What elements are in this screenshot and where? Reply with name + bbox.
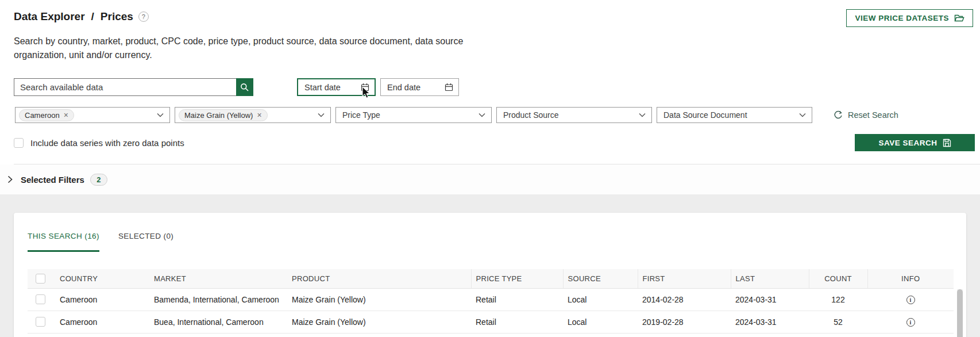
results-card: THIS SEARCH (16) SELECTED (0) COUNTRY MA… — [14, 213, 966, 337]
column-header-product: PRODUCT — [287, 269, 471, 288]
selected-filters-toggle[interactable]: Selected Filters 2 — [0, 164, 980, 194]
row-select-cell — [28, 311, 55, 333]
tab-this-search[interactable]: THIS SEARCH (16) — [28, 231, 99, 252]
column-header-market: MARKET — [149, 269, 287, 288]
chip-remove-icon[interactable]: × — [64, 111, 68, 119]
data-source-document-select[interactable]: Data Source Document — [657, 107, 812, 123]
table-header-row: COUNTRY MARKET PRODUCT PRICE TYPE SOURCE… — [28, 269, 954, 288]
view-price-datasets-button[interactable]: VIEW PRICE DATASETS — [846, 9, 973, 27]
cell-first: 2019-02-28 — [638, 311, 731, 333]
column-header-price-type: PRICE TYPE — [471, 269, 563, 288]
table-scrollbar[interactable] — [957, 289, 963, 337]
product-filter-select[interactable]: Maize Grain (Yellow) × — [175, 107, 331, 123]
cell-source: Local — [563, 311, 638, 333]
help-icon[interactable]: ? — [138, 12, 149, 22]
start-date-field[interactable]: Start date — [297, 78, 376, 96]
breadcrumb: Data Explorer / Prices ? — [14, 9, 149, 24]
search-input[interactable] — [14, 78, 236, 96]
search-button[interactable] — [236, 78, 253, 96]
chevron-down-icon — [639, 113, 646, 117]
end-date-placeholder: End date — [387, 83, 420, 92]
chevron-down-icon — [157, 113, 164, 117]
results-table: COUNTRY MARKET PRODUCT PRICE TYPE SOURCE… — [28, 269, 954, 334]
column-header-source: SOURCE — [563, 269, 638, 288]
data-source-document-placeholder: Data Source Document — [661, 110, 747, 120]
column-header-count: COUNT — [809, 269, 867, 288]
table-row[interactable]: Cameroon Buea, International, Cameroon M… — [28, 311, 954, 333]
column-header-last: LAST — [731, 269, 809, 288]
page-title: Prices — [101, 9, 133, 24]
cell-product: Maize Grain (Yellow) — [287, 288, 471, 311]
cell-count: 122 — [809, 288, 867, 311]
cell-price-type: Retail — [471, 311, 563, 333]
breadcrumb-separator: / — [91, 9, 94, 24]
cell-last: 2024-03-31 — [731, 311, 809, 333]
chevron-down-icon — [479, 113, 485, 117]
chevron-down-icon — [799, 113, 806, 117]
table-scrollbar-thumb[interactable] — [957, 289, 963, 337]
select-all-cell — [28, 269, 55, 288]
folder-open-icon — [954, 14, 964, 22]
calendar-icon — [445, 83, 453, 91]
cell-count: 52 — [809, 311, 867, 333]
save-search-label: SAVE SEARCH — [878, 139, 937, 147]
view-price-datasets-label: VIEW PRICE DATASETS — [855, 14, 949, 22]
reset-search-label: Reset Search — [848, 110, 898, 120]
search-panel: Data Explorer / Prices ? VIEW PRICE DATA… — [0, 0, 980, 164]
intro-line-1: Search by country, market, product, CPC … — [14, 35, 980, 48]
country-filter-chip: Cameroon × — [19, 109, 74, 121]
save-search-button[interactable]: SAVE SEARCH — [855, 134, 975, 151]
cell-first: 2014-02-28 — [638, 288, 731, 311]
product-source-placeholder: Product Source — [500, 110, 559, 120]
selected-filters-label: Selected Filters — [21, 175, 84, 185]
reset-search-link[interactable]: Reset Search — [834, 110, 898, 120]
results-tabs: THIS SEARCH (16) SELECTED (0) — [28, 213, 952, 252]
search-box — [14, 78, 253, 96]
chip-remove-icon[interactable]: × — [257, 111, 261, 119]
cell-product: Maize Grain (Yellow) — [287, 311, 471, 333]
price-type-select[interactable]: Price Type — [335, 107, 492, 123]
cell-market: Bamenda, International, Cameroon — [149, 288, 287, 311]
zero-data-checkbox[interactable] — [14, 138, 24, 148]
row-checkbox[interactable] — [36, 294, 45, 304]
filter-row: Cameroon × Maize Grain (Yellow) × Price … — [14, 107, 980, 123]
info-icon[interactable] — [906, 318, 915, 327]
row-select-cell — [28, 288, 55, 311]
start-date-placeholder: Start date — [304, 83, 341, 92]
options-row: Include data series with zero data point… — [14, 134, 980, 151]
cell-last: 2024-03-31 — [731, 288, 809, 311]
info-icon[interactable] — [906, 296, 915, 304]
results-section: THIS SEARCH (16) SELECTED (0) COUNTRY MA… — [0, 194, 980, 337]
search-row: Start date End date — [14, 78, 980, 96]
selected-filters-count-badge: 2 — [90, 174, 107, 186]
price-type-placeholder: Price Type — [339, 110, 380, 120]
column-header-country: COUNTRY — [55, 269, 149, 288]
column-header-info: INFO — [867, 269, 954, 288]
cell-source: Local — [563, 288, 638, 311]
country-filter-select[interactable]: Cameroon × — [15, 107, 170, 123]
cell-country: Cameroon — [55, 288, 149, 311]
chip-label: Maize Grain (Yellow) — [184, 111, 253, 120]
select-all-checkbox[interactable] — [36, 274, 45, 284]
column-header-first: FIRST — [638, 269, 731, 288]
chip-label: Cameroon — [25, 111, 60, 120]
product-filter-chip: Maize Grain (Yellow) × — [179, 109, 268, 121]
breadcrumb-section[interactable]: Data Explorer — [14, 9, 85, 24]
cell-info — [867, 288, 954, 311]
save-icon — [943, 139, 951, 147]
chevron-down-icon — [318, 113, 325, 117]
cell-country: Cameroon — [55, 311, 149, 333]
zero-data-checkbox-group: Include data series with zero data point… — [14, 138, 184, 148]
row-checkbox[interactable] — [36, 317, 45, 327]
chevron-right-icon[interactable] — [7, 175, 13, 183]
intro-text: Search by country, market, product, CPC … — [14, 35, 980, 62]
product-source-select[interactable]: Product Source — [496, 107, 652, 123]
cell-market: Buea, International, Cameroon — [149, 311, 287, 333]
search-icon — [240, 83, 249, 92]
zero-data-checkbox-label: Include data series with zero data point… — [30, 138, 184, 148]
tab-selected[interactable]: SELECTED (0) — [118, 231, 173, 252]
calendar-icon — [361, 83, 369, 91]
table-row[interactable]: Cameroon Bamenda, International, Cameroo… — [28, 288, 954, 311]
end-date-field[interactable]: End date — [380, 78, 459, 96]
intro-line-2: organization, unit and/or currency. — [14, 48, 980, 62]
